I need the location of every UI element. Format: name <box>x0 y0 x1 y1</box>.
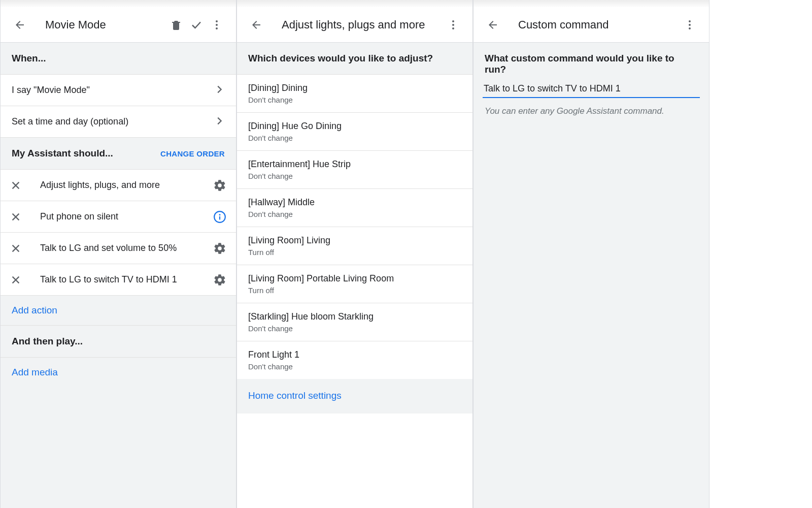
device-name: [Starkling] Hue bloom Starkling <box>248 311 461 322</box>
action-row[interactable]: Talk to LG and set volume to 50% <box>1 233 236 264</box>
close-icon <box>10 211 21 223</box>
top-shadow <box>473 0 709 7</box>
home-control-settings-link[interactable]: Home control settings <box>237 379 472 414</box>
device-state: Don't change <box>248 362 461 371</box>
device-state: Don't change <box>248 134 461 142</box>
custom-command-question: What custom command would you like to ru… <box>473 43 709 81</box>
device-name: Front Light 1 <box>248 350 461 360</box>
chevron-right-icon <box>214 115 225 129</box>
gear-icon <box>213 242 226 255</box>
overflow-button[interactable] <box>207 15 227 35</box>
action-info-button[interactable] <box>213 210 227 224</box>
back-button[interactable] <box>246 15 266 35</box>
panel-movie-mode: Movie Mode When... I say "Movie Mode" Se… <box>0 0 236 508</box>
change-order-link[interactable]: CHANGE ORDER <box>160 149 225 158</box>
arrow-back-icon <box>487 19 499 31</box>
back-button[interactable] <box>10 15 30 35</box>
remove-action-button[interactable] <box>10 274 22 286</box>
action-label: Adjust lights, plugs, and more <box>40 180 213 190</box>
more-vert-icon <box>684 19 696 31</box>
panel-custom-command: Custom command What custom command would… <box>473 0 709 508</box>
confirm-button[interactable] <box>186 15 207 35</box>
remove-action-button[interactable] <box>10 179 22 192</box>
close-icon <box>10 243 21 254</box>
gear-icon <box>213 179 226 192</box>
add-action-link[interactable]: Add action <box>1 296 236 326</box>
action-row[interactable]: Adjust lights, plugs, and more <box>1 170 236 201</box>
arrow-back-icon <box>14 19 26 31</box>
when-row-label: I say "Movie Mode" <box>12 85 214 96</box>
device-name: [Dining] Hue Go Dining <box>248 121 461 132</box>
action-label: Put phone on silent <box>40 211 213 222</box>
page-title: Adjust lights, plugs and more <box>282 18 425 31</box>
custom-command-input-wrap <box>483 81 700 98</box>
action-label: Talk to LG to switch TV to HDMI 1 <box>40 274 213 285</box>
header: Custom command <box>473 7 709 43</box>
then-play-header: And then play... <box>1 326 236 358</box>
info-icon <box>213 210 226 224</box>
header: Movie Mode <box>1 7 236 43</box>
device-row[interactable]: [Entertainment] Hue Strip Don't change <box>237 151 472 189</box>
page-title: Movie Mode <box>45 18 106 31</box>
action-settings-button[interactable] <box>213 273 227 287</box>
device-row[interactable]: [Hallway] Middle Don't change <box>237 189 472 227</box>
more-vert-icon <box>447 19 459 31</box>
device-row[interactable]: Front Light 1 Don't change <box>237 341 472 379</box>
device-state: Don't change <box>248 96 461 104</box>
device-name: [Hallway] Middle <box>248 197 461 208</box>
device-name: [Entertainment] Hue Strip <box>248 159 461 170</box>
devices-question: Which devices would you like to adjust? <box>248 53 433 64</box>
device-name: [Living Room] Portable Living Room <box>248 273 461 284</box>
device-row[interactable]: [Dining] Dining Don't change <box>237 75 472 113</box>
assistant-section-header: My Assistant should... CHANGE ORDER <box>1 138 236 170</box>
device-state: Turn off <box>248 248 461 257</box>
custom-command-body: What custom command would you like to ru… <box>473 43 709 508</box>
device-state: Turn off <box>248 286 461 295</box>
custom-command-hint: You can enter any Google Assistant comma… <box>473 101 709 121</box>
page-title: Custom command <box>518 18 609 31</box>
overflow-button[interactable] <box>680 15 700 35</box>
back-button[interactable] <box>483 15 503 35</box>
remove-action-button[interactable] <box>10 211 22 223</box>
delete-button[interactable] <box>166 15 186 35</box>
device-row[interactable]: [Living Room] Portable Living Room Turn … <box>237 265 472 303</box>
close-icon <box>10 180 21 191</box>
close-icon <box>10 274 21 285</box>
top-shadow <box>237 0 472 7</box>
overflow-button[interactable] <box>443 15 463 35</box>
device-name: [Dining] Dining <box>248 83 461 93</box>
device-state: Don't change <box>248 324 461 333</box>
action-row[interactable]: Put phone on silent <box>1 201 236 233</box>
remove-action-button[interactable] <box>10 242 22 255</box>
device-state: Don't change <box>248 210 461 218</box>
device-name: [Living Room] Living <box>248 235 461 246</box>
device-row[interactable]: [Dining] Hue Go Dining Don't change <box>237 113 472 151</box>
check-icon <box>190 19 202 31</box>
action-row[interactable]: Talk to LG to switch TV to HDMI 1 <box>1 264 236 296</box>
top-shadow <box>1 0 236 7</box>
gear-icon <box>213 273 226 287</box>
devices-question-header: Which devices would you like to adjust? <box>237 43 472 75</box>
when-row-time[interactable]: Set a time and day (optional) <box>1 106 236 138</box>
device-state: Don't change <box>248 172 461 180</box>
action-settings-button[interactable] <box>213 241 227 256</box>
action-label: Talk to LG and set volume to 50% <box>40 243 213 253</box>
panel-filler <box>1 387 236 508</box>
custom-command-input[interactable] <box>484 83 699 94</box>
action-settings-button[interactable] <box>213 178 227 193</box>
when-row-phrase[interactable]: I say "Movie Mode" <box>1 75 236 106</box>
panel-adjust-devices: Adjust lights, plugs and more Which devi… <box>236 0 473 508</box>
more-vert-icon <box>211 19 223 31</box>
device-row[interactable]: [Living Room] Living Turn off <box>237 227 472 265</box>
arrow-back-icon <box>250 19 262 31</box>
when-row-label: Set a time and day (optional) <box>12 116 214 127</box>
chevron-right-icon <box>214 84 225 97</box>
when-label: When... <box>12 53 46 64</box>
add-media-link[interactable]: Add media <box>1 358 236 387</box>
assistant-label: My Assistant should... <box>12 148 113 159</box>
device-row[interactable]: [Starkling] Hue bloom Starkling Don't ch… <box>237 303 472 341</box>
trash-icon <box>170 19 182 31</box>
header: Adjust lights, plugs and more <box>237 7 472 43</box>
when-section-header: When... <box>1 43 236 75</box>
